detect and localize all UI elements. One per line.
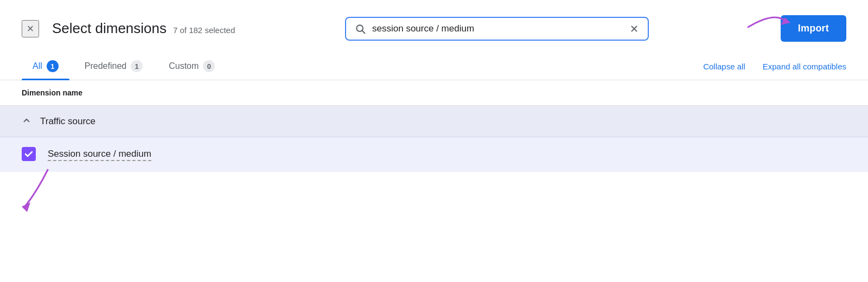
tab-all[interactable]: All 1 <box>22 53 69 80</box>
search-box <box>345 17 649 41</box>
svg-marker-5 <box>22 202 30 212</box>
title-area: Select dimensions 7 of 182 selected <box>52 20 235 37</box>
tab-predefined-badge: 1 <box>131 60 143 72</box>
selection-count: 7 of 182 selected <box>173 25 235 35</box>
chevron-up-icon <box>22 116 31 127</box>
import-area: Import <box>781 15 846 42</box>
expand-all-button[interactable]: Expand all compatibles <box>763 62 846 71</box>
search-clear-button[interactable] <box>629 24 639 34</box>
tab-custom-badge: 0 <box>203 60 215 72</box>
svg-line-1 <box>362 30 365 33</box>
item-label-session-source: Session source / medium <box>48 149 151 161</box>
checkbox-checked[interactable] <box>22 147 36 161</box>
checkbox-arrow-annotation <box>15 164 69 215</box>
table-header: Dimension name <box>0 80 868 106</box>
close-button[interactable]: × <box>22 20 39 37</box>
page-title: Select dimensions <box>52 20 167 37</box>
tabs-area: All 1 Predefined 1 Custom 0 Collapse all… <box>0 53 868 80</box>
search-area <box>248 17 746 41</box>
search-input[interactable] <box>372 23 623 34</box>
import-arrow-annotation <box>743 5 792 35</box>
dialog-header: × Select dimensions 7 of 182 selected <box>0 0 868 53</box>
tab-all-label: All <box>33 61 42 71</box>
column-header-label: Dimension name <box>22 88 82 97</box>
collapse-all-button[interactable]: Collapse all <box>703 62 745 71</box>
tabs-right: Collapse all Expand all compatibles <box>703 62 846 71</box>
tab-predefined-label: Predefined <box>85 61 126 71</box>
search-icon <box>355 23 366 34</box>
checkbox-wrapper <box>22 147 37 162</box>
tab-predefined[interactable]: Predefined 1 <box>74 53 154 80</box>
tab-all-badge: 1 <box>47 60 59 72</box>
item-row-session-source[interactable]: Session source / medium <box>0 137 868 172</box>
tabs-left: All 1 Predefined 1 Custom 0 <box>22 53 230 80</box>
tab-custom[interactable]: Custom 0 <box>158 53 226 80</box>
item-row-container: Session source / medium <box>0 137 868 172</box>
group-row-traffic-source[interactable]: Traffic source <box>0 106 868 137</box>
tab-custom-label: Custom <box>169 61 199 71</box>
group-label-traffic-source: Traffic source <box>40 116 95 127</box>
